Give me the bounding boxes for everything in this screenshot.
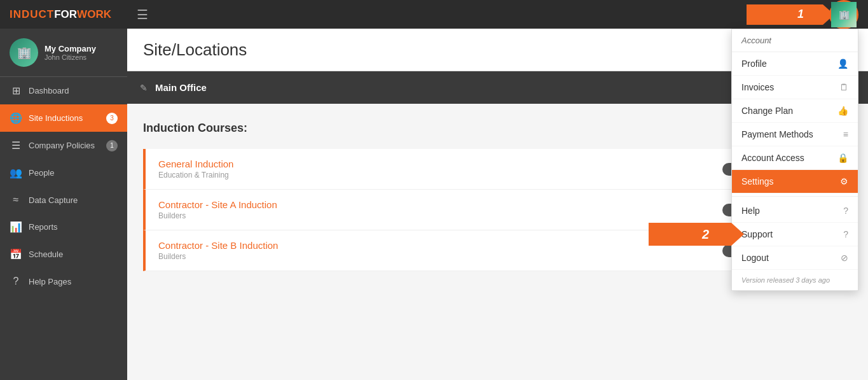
schedule-label: Schedule xyxy=(29,250,63,259)
person-icon: 👤 xyxy=(837,59,848,69)
company-policies-badge: 1 xyxy=(106,140,118,151)
location-left: ✎ Main Office xyxy=(140,82,207,93)
reports-icon: 📊 xyxy=(10,221,22,233)
payment-methods-label: Payment Methods xyxy=(741,129,813,139)
user-name: John Citizens xyxy=(45,53,96,61)
course-sub: Builders xyxy=(158,211,722,220)
help-pages-icon: ? xyxy=(10,276,22,287)
logo-work: WORK xyxy=(77,8,111,21)
induction-courses-heading: Induction Courses: xyxy=(143,122,247,135)
reports-label: Reports xyxy=(29,222,58,232)
course-info: Contractor - Site B Induction Builders xyxy=(158,240,722,261)
sidebar-item-data-capture[interactable]: ≈ Data Capture xyxy=(0,186,127,213)
profile-label: Profile xyxy=(741,59,767,69)
avatar-image: 🏢 xyxy=(831,2,857,27)
dropdown-item-account-access[interactable]: Account Access 🔒 xyxy=(732,146,858,170)
hamburger-icon[interactable]: ☰ xyxy=(137,7,148,22)
sidebar-item-schedule[interactable]: 📅 Schedule xyxy=(0,241,127,268)
top-bar: INDUCT FOR WORK ☰ 1 🏢 Account Profile 👤 … xyxy=(0,0,868,29)
people-icon: 👥 xyxy=(10,167,22,179)
gear-icon: ⚙ xyxy=(840,176,848,186)
site-inductions-badge: 3 xyxy=(106,113,118,124)
sidebar-company: 🏢 My Company John Citizens xyxy=(0,29,127,77)
thumbsup-icon: 👍 xyxy=(837,106,848,116)
dropdown-divider xyxy=(732,196,858,197)
policies-icon: ☰ xyxy=(10,139,22,151)
company-name: My Company xyxy=(45,44,96,54)
help-icon: ? xyxy=(843,206,848,216)
account-dropdown: Account Profile 👤 Invoices 🗒 Change Plan… xyxy=(731,29,858,291)
dropdown-item-support[interactable]: Support ? xyxy=(732,223,858,246)
invoices-icon: 🗒 xyxy=(839,82,848,92)
course-name[interactable]: Contractor - Site B Induction xyxy=(158,240,722,251)
avatar-icon: 🏢 xyxy=(839,10,850,20)
page-title: Site/Locations xyxy=(143,40,247,60)
invoices-label: Invoices xyxy=(741,82,774,92)
support-label: Support xyxy=(741,229,773,239)
settings-label: Settings xyxy=(741,176,774,186)
sidebar-nav: ⊞ Dashboard 🌐 Site Inductions 3 ☰ Compan… xyxy=(0,77,127,380)
company-info: My Company John Citizens xyxy=(45,44,96,62)
sidebar-item-dashboard[interactable]: ⊞ Dashboard xyxy=(0,77,127,104)
course-name[interactable]: General Induction xyxy=(158,158,722,169)
top-bar-left: INDUCT FOR WORK ☰ xyxy=(10,7,148,22)
company-policies-label: Company Policies xyxy=(29,141,95,150)
sidebar-item-people[interactable]: 👥 People xyxy=(0,159,127,186)
sidebar-item-site-inductions[interactable]: 🌐 Site Inductions 3 xyxy=(0,104,127,132)
sidebar-item-company-policies[interactable]: ☰ Company Policies 1 xyxy=(0,132,127,159)
dropdown-item-help[interactable]: Help ? xyxy=(732,199,858,223)
top-right: 1 🏢 Account Profile 👤 Invoices 🗒 Change … xyxy=(747,0,858,29)
dropdown-item-invoices[interactable]: Invoices 🗒 xyxy=(732,76,858,99)
dropdown-item-settings[interactable]: Settings ⚙ xyxy=(732,170,858,194)
sidebar-item-help-pages[interactable]: ? Help Pages xyxy=(0,268,127,295)
course-name[interactable]: Contractor - Site A Induction xyxy=(158,199,722,210)
lock-icon: 🔒 xyxy=(837,153,848,163)
sidebar-item-reports[interactable]: 📊 Reports xyxy=(0,213,127,241)
location-name: Main Office xyxy=(155,82,207,93)
edit-location-icon[interactable]: ✎ xyxy=(140,83,148,93)
version-footer: Version released 3 days ago xyxy=(732,270,858,290)
dropdown-item-change-plan[interactable]: Change Plan 👍 xyxy=(732,99,858,123)
course-sub: Builders xyxy=(158,252,722,261)
dropdown-item-profile[interactable]: Profile 👤 xyxy=(732,52,858,76)
company-avatar: 🏢 xyxy=(10,38,38,67)
user-avatar-button[interactable]: 🏢 xyxy=(829,0,858,29)
account-access-label: Account Access xyxy=(741,153,804,163)
schedule-icon: 📅 xyxy=(10,248,22,260)
help-pages-label: Help Pages xyxy=(29,277,71,286)
change-plan-label: Change Plan xyxy=(741,106,793,116)
data-capture-label: Data Capture xyxy=(29,195,78,205)
dropdown-header: Account xyxy=(732,29,858,52)
annotation-1-number: 1 xyxy=(797,8,816,21)
dropdown-item-logout[interactable]: Logout ⊘ xyxy=(732,246,858,270)
course-info: Contractor - Site A Induction Builders xyxy=(158,199,722,220)
logo: INDUCT FOR WORK xyxy=(10,8,111,21)
dashboard-icon: ⊞ xyxy=(10,85,22,97)
logo-for: FOR xyxy=(54,8,77,21)
people-label: People xyxy=(29,168,54,178)
dropdown-item-payment-methods[interactable]: Payment Methods ≡ xyxy=(732,123,858,146)
annotation-arrow-1: 1 xyxy=(747,4,823,25)
course-sub: Education & Training xyxy=(158,171,722,179)
sidebar: 🏢 My Company John Citizens ⊞ Dashboard 🌐… xyxy=(0,29,127,380)
globe-icon: 🌐 xyxy=(10,112,22,124)
logout-label: Logout xyxy=(741,253,769,263)
course-info: General Induction Education & Training xyxy=(158,158,722,179)
company-avatar-icon: 🏢 xyxy=(17,46,31,60)
dashboard-label: Dashboard xyxy=(29,86,69,95)
support-icon: ? xyxy=(843,229,848,239)
data-capture-icon: ≈ xyxy=(10,194,22,206)
payment-icon: ≡ xyxy=(843,129,848,139)
logout-icon: ⊘ xyxy=(841,253,848,263)
site-inductions-label: Site Inductions xyxy=(29,113,83,123)
help-label: Help xyxy=(741,206,760,216)
logo-induct: INDUCT xyxy=(10,8,54,21)
